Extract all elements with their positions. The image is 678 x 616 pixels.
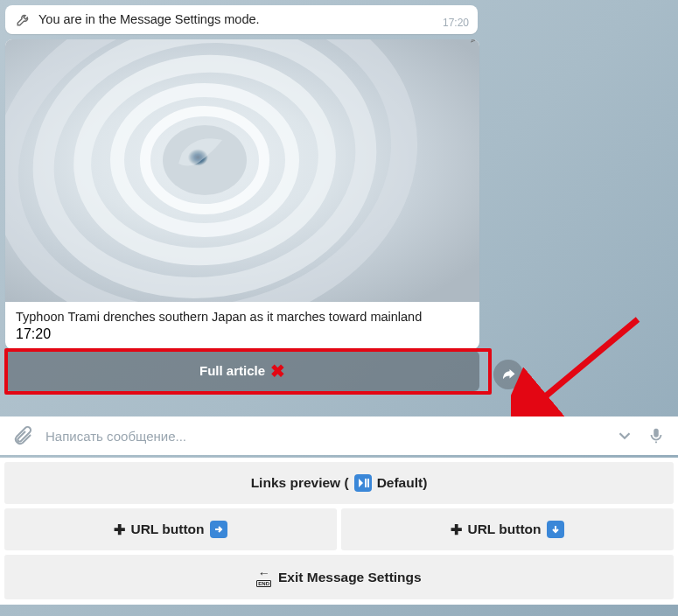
article-image bbox=[5, 39, 479, 302]
links-preview-label: Links preview ( bbox=[251, 475, 349, 491]
annotation-arrow bbox=[511, 311, 647, 433]
system-message-text: You are in the Message Settings mode. bbox=[38, 12, 260, 26]
share-icon bbox=[500, 367, 516, 382]
system-message-time: 17:20 bbox=[443, 17, 469, 29]
plus-icon: ✚ bbox=[451, 522, 462, 538]
arrow-right-icon bbox=[210, 521, 227, 538]
full-article-label: Full article bbox=[199, 363, 265, 378]
exit-label: Exit Message Settings bbox=[278, 570, 422, 585]
links-preview-suffix: Default) bbox=[377, 475, 428, 491]
x-icon: ✖ bbox=[270, 362, 285, 380]
mic-icon bbox=[647, 426, 666, 445]
mic-button[interactable] bbox=[647, 426, 666, 445]
svg-point-6 bbox=[163, 125, 247, 195]
exit-settings-button[interactable]: ← END Exit Message Settings bbox=[4, 555, 674, 599]
plus-icon: ✚ bbox=[114, 522, 125, 538]
image-credit: ALEXANDER GERST/ESA bbox=[470, 39, 476, 43]
commands-button[interactable] bbox=[615, 426, 634, 445]
paperclip-icon bbox=[12, 425, 33, 446]
play-pause-icon bbox=[354, 474, 372, 492]
compose-bar bbox=[0, 416, 678, 455]
url-button-label: URL button bbox=[130, 522, 204, 537]
share-button[interactable] bbox=[493, 360, 523, 389]
url-button-label: URL button bbox=[467, 522, 541, 537]
reply-keyboard: Links preview ( Default) ✚ URL button ✚ … bbox=[0, 458, 678, 605]
full-article-button[interactable]: Full article ✖ bbox=[5, 351, 479, 391]
svg-rect-9 bbox=[367, 479, 369, 487]
svg-rect-8 bbox=[365, 479, 367, 487]
article-time: 17:20 bbox=[16, 326, 51, 341]
article-caption: Typhoon Trami drenches southern Japan as… bbox=[16, 309, 469, 326]
article-card[interactable]: ALEXANDER GERST/ESA Typhoon Trami drench… bbox=[5, 39, 479, 349]
svg-line-7 bbox=[533, 319, 638, 407]
attach-button[interactable] bbox=[12, 425, 33, 446]
url-button-right[interactable]: ✚ URL button bbox=[4, 508, 337, 550]
chevron-down-icon bbox=[615, 426, 634, 445]
system-message: You are in the Message Settings mode. 17… bbox=[5, 5, 478, 34]
links-preview-button[interactable]: Links preview ( Default) bbox=[4, 462, 674, 504]
wrench-icon bbox=[16, 11, 31, 27]
url-button-down[interactable]: ✚ URL button bbox=[341, 508, 674, 550]
compose-input[interactable] bbox=[45, 429, 603, 444]
arrow-down-icon bbox=[547, 521, 564, 538]
end-icon: ← END bbox=[256, 567, 271, 587]
